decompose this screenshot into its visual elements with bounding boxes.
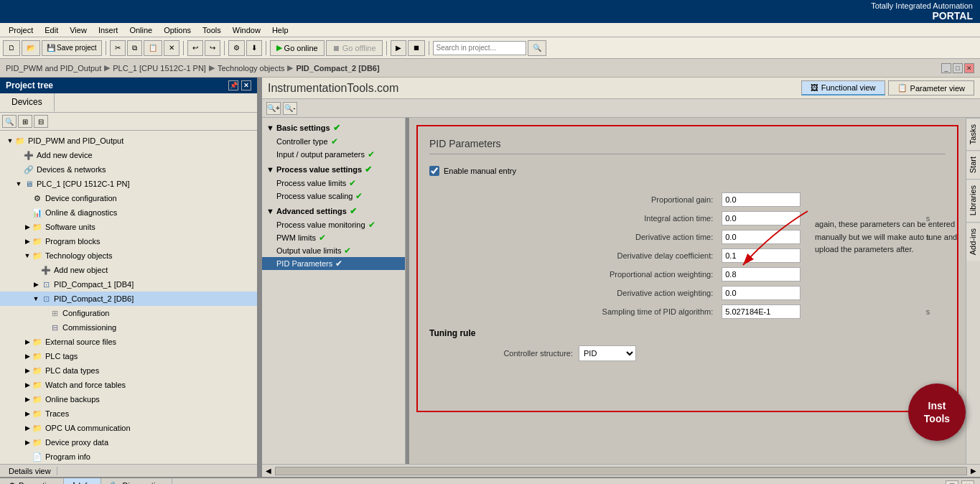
search-input[interactable]: [433, 41, 526, 55]
expand-plc1[interactable]: ▼: [14, 180, 23, 187]
expand-pid_pwm[interactable]: ▼: [6, 137, 14, 144]
menu-view[interactable]: View: [64, 25, 93, 35]
tree-item-program_blocks[interactable]: ▶ 📁 Program blocks: [0, 234, 257, 248]
nav-item-io_params[interactable]: Input / output parameters ✔: [262, 148, 405, 161]
tab-functional[interactable]: 🖼 Functional view: [801, 80, 885, 96]
expand-online_backups[interactable]: ▶: [23, 396, 32, 403]
bc-part3[interactable]: Technology objects: [218, 64, 285, 73]
start-simulation[interactable]: ▶: [391, 40, 406, 56]
expand-ext_sources[interactable]: ▶: [23, 338, 32, 345]
paste-button[interactable]: 📋: [144, 40, 162, 56]
tree-item-pid_compact1[interactable]: ▶ ⊡ PID_Compact_1 [DB4]: [0, 277, 257, 292]
tree-item-commissioning[interactable]: ▶ ⊟ Commissioning: [0, 320, 257, 335]
sidebar-tb-search[interactable]: 🔍: [2, 115, 17, 128]
sidebar-tb-expand[interactable]: ⊞: [18, 115, 32, 128]
nav-item-process_monitoring[interactable]: Process value monitoring ✔: [262, 218, 405, 231]
tree-item-software[interactable]: ▶ 📁 Software units: [0, 220, 257, 234]
menu-project[interactable]: Project: [3, 25, 39, 35]
expand-device_proxy[interactable]: ▶: [23, 439, 32, 446]
expand-software[interactable]: ▶: [23, 223, 32, 231]
tree-item-add_new_obj[interactable]: ▶ ➕ Add new object: [0, 263, 257, 277]
stop-simulation[interactable]: ⏹: [408, 40, 425, 56]
tree-item-device_proxy[interactable]: ▶ 📁 Device proxy data: [0, 435, 257, 450]
tree-item-plc1[interactable]: ▼ 🖥 PLC_1 [CPU 1512C-1 PN]: [0, 177, 257, 191]
tree-item-plc_tags[interactable]: ▶ 📁 PLC tags: [0, 349, 257, 363]
tree-item-tech_objects[interactable]: ▼ 📁 Technology objects: [0, 248, 257, 263]
horizontal-scrollbar[interactable]: ◀ ▶: [262, 464, 980, 477]
sidebar-tab-start[interactable]: Start: [966, 150, 980, 179]
sidebar-close[interactable]: ✕: [241, 80, 251, 90]
delete-button[interactable]: ✕: [164, 40, 179, 56]
tree-item-program_info[interactable]: ▶ 📄 Program info: [0, 450, 257, 464]
tree-item-plc_data_types[interactable]: ▶ 📁 PLC data types: [0, 363, 257, 378]
search-button[interactable]: 🔍: [528, 40, 546, 56]
redo-button[interactable]: ↪: [205, 40, 220, 56]
expand-watch_force[interactable]: ▶: [23, 381, 32, 388]
menu-online[interactable]: Online: [123, 25, 158, 35]
expand-pid_compact1[interactable]: ▶: [32, 281, 40, 288]
go-offline-button[interactable]: ⏹ Go offline: [326, 40, 383, 56]
sidebar-tb-collapse[interactable]: ⊟: [34, 115, 48, 128]
status-diagnostics[interactable]: 🔧 Diagnostics: [101, 478, 173, 484]
scroll-left-button[interactable]: ◀: [262, 467, 275, 475]
input-deriv_weight[interactable]: [722, 286, 801, 300]
nav-group-process-header[interactable]: ▼ Process value settings ✔: [262, 162, 405, 177]
nav-group-advanced-header[interactable]: ▼ Advanced settings ✔: [262, 204, 405, 218]
menu-tools[interactable]: Tools: [197, 25, 227, 35]
cut-button[interactable]: ✂: [110, 40, 126, 56]
scroll-track[interactable]: [275, 467, 967, 475]
menu-help[interactable]: Help: [266, 25, 294, 35]
sidebar-tab-tasks[interactable]: Tasks: [966, 118, 980, 150]
minimize-button[interactable]: _: [941, 63, 951, 73]
status-info[interactable]: ℹ Info: [64, 478, 101, 484]
tree-item-online_backups[interactable]: ▶ 📁 Online backups: [0, 392, 257, 406]
build-button[interactable]: ⚙: [228, 40, 245, 56]
nav-item-controller_type[interactable]: Controller type ✔: [262, 135, 405, 148]
tree-item-ext_sources[interactable]: ▶ 📁 External source files: [0, 335, 257, 349]
new-button[interactable]: 🗋: [3, 40, 20, 56]
tree-item-device_config[interactable]: ▶ ⚙ Device configuration: [0, 191, 257, 205]
nav-item-pwm_limits[interactable]: PWM limits ✔: [262, 231, 405, 244]
expand-tech_objects[interactable]: ▼: [23, 252, 32, 259]
sidebar-pin[interactable]: 📌: [228, 80, 238, 90]
menu-window[interactable]: Window: [227, 25, 266, 35]
tree-item-online_diag[interactable]: ▶ 📊 Online & diagnostics: [0, 205, 257, 220]
sidebar-tab-addins[interactable]: Add-ins: [966, 222, 980, 261]
tab-parameter[interactable]: 📋 Parameter view: [888, 80, 974, 96]
tree-item-pid_pwm[interactable]: ▼ 📁 PID_PWM and PID_Output: [0, 134, 257, 148]
status-properties[interactable]: ⚙ Properties: [0, 478, 64, 484]
scroll-right-button[interactable]: ▶: [967, 467, 980, 475]
enable-manual-label[interactable]: Enable manual entry: [444, 167, 516, 175]
nav-item-process_limits[interactable]: Process value limits ✔: [262, 177, 405, 190]
tab-devices[interactable]: Devices: [0, 93, 55, 112]
status-expand-button[interactable]: ⊟: [946, 480, 958, 485]
tree-item-add_device[interactable]: ▶ ➕ Add new device: [0, 148, 257, 162]
tree-item-traces[interactable]: ▶ 📁 Traces: [0, 406, 257, 421]
expand-pid_compact2[interactable]: ▼: [32, 295, 40, 302]
copy-button[interactable]: ⧉: [127, 40, 142, 56]
open-button[interactable]: 📂: [22, 40, 40, 56]
controller-structure-select[interactable]: PID PI PD P: [579, 345, 636, 361]
tree-item-opc_ua[interactable]: ▶ 📁 OPC UA communication: [0, 421, 257, 435]
expand-program_blocks[interactable]: ▶: [23, 238, 32, 245]
tree-item-devices_networks[interactable]: ▶ 🔗 Devices & networks: [0, 162, 257, 177]
expand-plc_tags[interactable]: ▶: [23, 353, 32, 360]
nav-item-pid_parameters[interactable]: PID Parameters ✔: [262, 257, 405, 270]
expand-plc_data_types[interactable]: ▶: [23, 367, 32, 374]
menu-edit[interactable]: Edit: [39, 25, 64, 35]
go-online-button[interactable]: ▶ Go online: [270, 40, 325, 56]
nav-item-process_scaling[interactable]: Process value scaling ✔: [262, 190, 405, 203]
nav-item-output_value_limits[interactable]: Output value limits ✔: [262, 244, 405, 257]
expand-opc_ua[interactable]: ▶: [23, 424, 32, 432]
maximize-button[interactable]: □: [953, 63, 963, 73]
download-button[interactable]: ⬇: [246, 40, 262, 56]
undo-button[interactable]: ↩: [187, 40, 203, 56]
tree-item-watch_force[interactable]: ▶ 📁 Watch and force tables: [0, 378, 257, 392]
input-sampling_time[interactable]: [722, 304, 801, 319]
bc-part1[interactable]: PID_PWM and PID_Output: [6, 64, 101, 73]
menu-insert[interactable]: Insert: [93, 25, 124, 35]
save-button[interactable]: 💾 Save project: [42, 40, 102, 56]
nav-group-basic-header[interactable]: ▼ Basic settings ✔: [262, 121, 405, 135]
tree-item-configuration[interactable]: ▶ ⊞ Configuration: [0, 306, 257, 320]
expand-traces[interactable]: ▶: [23, 410, 32, 417]
